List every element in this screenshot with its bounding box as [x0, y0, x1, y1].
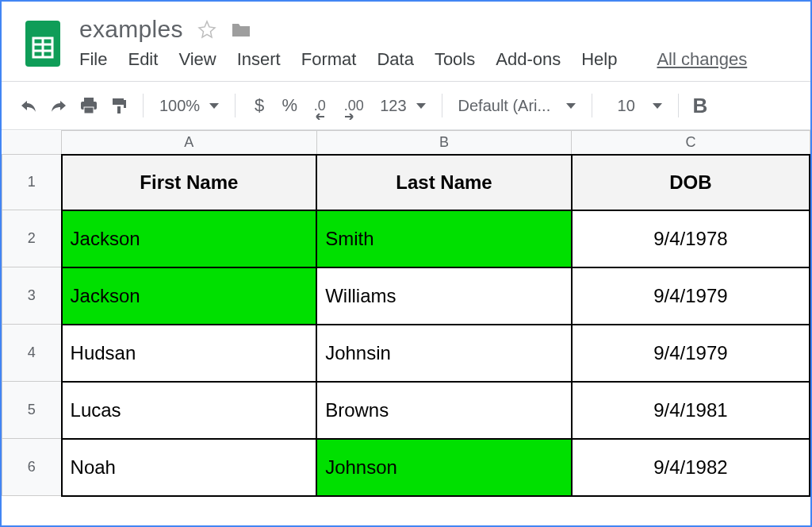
menu-insert[interactable]: Insert	[237, 49, 281, 70]
cell[interactable]: Johnsin	[316, 325, 572, 382]
chevron-down-icon	[209, 103, 219, 109]
menu-view[interactable]: View	[178, 49, 216, 70]
cell[interactable]: Noah	[62, 439, 317, 496]
font-select[interactable]: Default (Ari...	[454, 97, 580, 115]
all-changes-link[interactable]: All changes	[657, 49, 747, 70]
row-header[interactable]: 3	[2, 267, 62, 325]
format-currency-button[interactable]: $	[247, 93, 272, 118]
cell[interactable]: Lucas	[62, 382, 317, 439]
zoom-value: 100%	[159, 97, 200, 115]
increase-decimal-label: .00	[344, 98, 364, 114]
cell[interactable]: First Name	[62, 155, 317, 210]
row-header[interactable]: 2	[2, 210, 62, 267]
star-icon[interactable]	[197, 20, 216, 39]
cell[interactable]: 9/4/1979	[572, 325, 810, 382]
folder-icon[interactable]	[231, 21, 251, 38]
zoom-select[interactable]: 100%	[155, 97, 224, 115]
svg-rect-8	[113, 98, 124, 105]
print-icon[interactable]	[76, 93, 102, 118]
svg-rect-9	[124, 100, 126, 108]
cell[interactable]: Hudsan	[62, 325, 317, 382]
cell[interactable]: Jackson	[62, 267, 317, 325]
undo-icon[interactable]	[16, 93, 41, 118]
column-header[interactable]: B	[316, 131, 572, 155]
svg-rect-7	[84, 107, 94, 113]
menu-edit[interactable]: Edit	[128, 49, 158, 70]
sheets-logo-icon	[24, 19, 62, 68]
svg-rect-10	[117, 106, 121, 113]
cell[interactable]: Johnson	[316, 439, 572, 496]
toolbar-separator	[235, 94, 236, 117]
format-percent-button[interactable]: %	[277, 93, 302, 118]
menu-data[interactable]: Data	[377, 49, 413, 70]
cell[interactable]: Last Name	[316, 155, 572, 210]
font-size-select[interactable]: 10	[603, 97, 667, 115]
row-header[interactable]: 5	[2, 382, 62, 439]
row-header[interactable]: 6	[2, 439, 62, 496]
more-formats-button[interactable]: 123	[375, 97, 430, 115]
chevron-down-icon	[416, 103, 426, 109]
cell[interactable]: Browns	[316, 382, 572, 439]
select-all-corner[interactable]	[2, 131, 62, 155]
more-formats-label: 123	[380, 97, 406, 115]
cell[interactable]: Williams	[316, 267, 572, 325]
cell[interactable]: 9/4/1978	[572, 210, 810, 267]
row-header[interactable]: 1	[2, 155, 62, 210]
cell[interactable]: Smith	[316, 210, 572, 267]
row-header[interactable]: 4	[2, 325, 62, 382]
toolbar: 100% $ % .0 .00 123 Default (Ari... 10 B	[2, 81, 810, 129]
menu-bar: File Edit View Insert Format Data Tools …	[79, 49, 802, 70]
menu-format[interactable]: Format	[301, 49, 357, 70]
redo-icon[interactable]	[46, 93, 71, 118]
font-size-value: 10	[618, 97, 635, 115]
menu-tools[interactable]: Tools	[435, 49, 475, 70]
document-title[interactable]: examples	[79, 16, 183, 43]
toolbar-separator	[678, 94, 679, 117]
cell[interactable]: DOB	[572, 155, 810, 210]
paint-format-icon[interactable]	[106, 93, 132, 118]
decrease-decimal-label: .0	[314, 98, 326, 114]
menu-addons[interactable]: Add-ons	[496, 49, 561, 70]
menu-help[interactable]: Help	[581, 49, 617, 70]
increase-decimal-button[interactable]: .00	[337, 93, 370, 118]
cell[interactable]: 9/4/1979	[572, 267, 810, 325]
cell[interactable]: Jackson	[62, 210, 317, 267]
spreadsheet-grid: A B C 1 First Name Last Name DOB 2 Jacks…	[2, 130, 810, 497]
svg-rect-5	[84, 98, 94, 102]
chevron-down-icon	[566, 103, 576, 109]
cell[interactable]: 9/4/1982	[572, 439, 810, 496]
font-value: Default (Ari...	[458, 97, 551, 115]
decrease-decimal-button[interactable]: .0	[307, 93, 332, 118]
column-header[interactable]: A	[62, 131, 317, 155]
chevron-down-icon	[653, 103, 662, 109]
toolbar-separator	[442, 94, 442, 117]
bold-button[interactable]: B	[690, 94, 711, 118]
cell[interactable]: 9/4/1981	[572, 382, 810, 439]
menu-file[interactable]: File	[79, 49, 107, 70]
column-header[interactable]: C	[572, 131, 810, 155]
toolbar-separator	[592, 94, 592, 117]
toolbar-separator	[143, 94, 144, 117]
